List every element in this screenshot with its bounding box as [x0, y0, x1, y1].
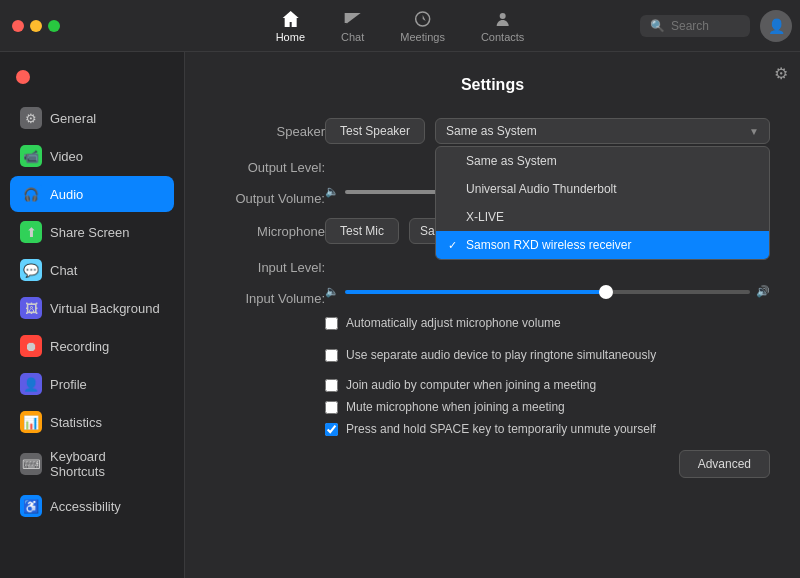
input-level-label: Input Level:	[215, 254, 325, 275]
general-icon: ⚙	[20, 107, 42, 129]
sidebar-label-recording: Recording	[50, 339, 109, 354]
mute-mic-label: Mute microphone when joining a meeting	[346, 400, 565, 414]
sidebar-item-general[interactable]: ⚙ General	[10, 100, 174, 136]
share-icon: ⬆	[20, 221, 42, 243]
input-vol-high-icon: 🔊	[756, 285, 770, 298]
settings-title: Settings	[215, 76, 770, 94]
sidebar-label-chat: Chat	[50, 263, 77, 278]
join-audio-checkbox[interactable]	[325, 379, 338, 392]
statistics-icon: 📊	[20, 411, 42, 433]
hold-space-checkbox[interactable]	[325, 423, 338, 436]
speaker-top-row: Test Speaker Same as System ▼ Same as Sy…	[325, 118, 770, 144]
hold-space-row: Press and hold SPACE key to temporarily …	[215, 422, 770, 436]
main-content: ⚙ General 📹 Video 🎧 Audio ⬆ Share Screen…	[0, 52, 800, 578]
sidebar-label-video: Video	[50, 149, 83, 164]
sidebar-label-audio: Audio	[50, 187, 83, 202]
auto-adjust-checkbox-row: Automatically adjust microphone volume	[325, 316, 770, 330]
search-icon: 🔍	[650, 19, 665, 33]
input-volume-slider[interactable]	[345, 290, 750, 294]
sidebar-item-video[interactable]: 📹 Video	[10, 138, 174, 174]
nav-chat[interactable]: Chat	[323, 5, 382, 47]
sidebar-item-profile[interactable]: 👤 Profile	[10, 366, 174, 402]
virtual-bg-icon: 🖼	[20, 297, 42, 319]
join-audio-label: Join audio by computer when joining a me…	[346, 378, 596, 392]
option-xlive[interactable]: X-LIVE	[436, 203, 769, 231]
traffic-lights	[0, 20, 60, 32]
join-audio-row: Join audio by computer when joining a me…	[215, 378, 770, 392]
output-volume-label: Output Volume:	[215, 185, 325, 206]
svg-point-1	[500, 13, 506, 19]
nav-home-label: Home	[276, 31, 305, 43]
recording-icon: ⏺	[20, 335, 42, 357]
test-speaker-button[interactable]: Test Speaker	[325, 118, 425, 144]
maximize-button[interactable]	[48, 20, 60, 32]
sidebar-item-accessibility[interactable]: ♿ Accessibility	[10, 488, 174, 524]
output-level-label: Output Level:	[215, 154, 325, 175]
sidebar-item-share-screen[interactable]: ⬆ Share Screen	[10, 214, 174, 250]
chevron-down-icon: ▼	[749, 126, 759, 137]
mute-mic-checkbox[interactable]	[325, 401, 338, 414]
nav-contacts-label: Contacts	[481, 31, 524, 43]
sidebar: ⚙ General 📹 Video 🎧 Audio ⬆ Share Screen…	[0, 52, 185, 578]
profile-icon: 👤	[20, 373, 42, 395]
separate-audio-label: Use separate audio device to play ringto…	[346, 348, 656, 362]
settings-panel: ⚙ Settings Speaker Test Speaker Same as …	[185, 52, 800, 578]
keyboard-icon: ⌨	[20, 453, 42, 475]
speaker-dropdown-container: Same as System ▼ Same as System Univ	[435, 118, 770, 144]
nav-contacts[interactable]: Contacts	[463, 5, 542, 47]
input-volume-controls: 🔈 🔊	[325, 285, 770, 298]
mute-mic-row: Mute microphone when joining a meeting	[215, 400, 770, 414]
sidebar-item-audio[interactable]: 🎧 Audio	[10, 176, 174, 212]
speaker-section: Speaker Test Speaker Same as System ▼	[215, 118, 770, 144]
input-volume-label: Input Volume:	[215, 285, 325, 306]
sidebar-item-keyboard[interactable]: ⌨ Keyboard Shortcuts	[10, 442, 174, 486]
input-volume-wrapper: 🔈 🔊	[325, 285, 770, 298]
sidebar-label-vbg: Virtual Background	[50, 301, 160, 316]
sidebar-item-virtual-bg[interactable]: 🖼 Virtual Background	[10, 290, 174, 326]
nav-meetings[interactable]: Meetings	[382, 5, 463, 47]
auto-adjust-row: Automatically adjust microphone volume	[215, 316, 770, 338]
separate-audio-row: Use separate audio device to play ringto…	[215, 348, 770, 362]
sidebar-label-profile: Profile	[50, 377, 87, 392]
audio-icon: 🎧	[20, 183, 42, 205]
nav-meetings-label: Meetings	[400, 31, 445, 43]
advanced-button[interactable]: Advanced	[679, 450, 770, 478]
option-universal-audio[interactable]: Universal Audio Thunderbolt	[436, 175, 769, 203]
speaker-dropdown-menu: Same as System Universal Audio Thunderbo…	[435, 146, 770, 260]
window-close-dot	[16, 70, 30, 84]
sidebar-label-general: General	[50, 111, 96, 126]
nav-chat-label: Chat	[341, 31, 364, 43]
search-input[interactable]	[671, 19, 741, 33]
accessibility-icon: ♿	[20, 495, 42, 517]
sidebar-item-recording[interactable]: ⏺ Recording	[10, 328, 174, 364]
vol-low-icon: 🔈	[325, 185, 339, 198]
main-nav: Home Chat Meetings Contacts	[258, 5, 543, 47]
hold-space-label: Press and hold SPACE key to temporarily …	[346, 422, 656, 436]
input-vol-low-icon: 🔈	[325, 285, 339, 298]
titlebar: Home Chat Meetings Contacts 🔍 👤	[0, 0, 800, 52]
nav-home[interactable]: Home	[258, 5, 323, 47]
speaker-dropdown[interactable]: Same as System ▼	[435, 118, 770, 144]
minimize-button[interactable]	[30, 20, 42, 32]
advanced-btn-row: Advanced	[215, 450, 770, 478]
option-samson[interactable]: ✓ Samson RXD wireless receiver	[436, 231, 769, 259]
speaker-label: Speaker	[215, 118, 325, 139]
settings-gear-icon[interactable]: ⚙	[774, 64, 788, 83]
sidebar-label-share: Share Screen	[50, 225, 130, 240]
speaker-selected-option: Same as System	[446, 124, 537, 138]
input-volume-row: Input Volume: 🔈 🔊	[215, 285, 770, 306]
auto-adjust-checkbox[interactable]	[325, 317, 338, 330]
sidebar-label-keyboard: Keyboard Shortcuts	[50, 449, 164, 479]
sidebar-item-chat[interactable]: 💬 Chat	[10, 252, 174, 288]
avatar[interactable]: 👤	[760, 10, 792, 42]
search-bar[interactable]: 🔍	[640, 15, 750, 37]
option-same-as-system[interactable]: Same as System	[436, 147, 769, 175]
sidebar-label-statistics: Statistics	[50, 415, 102, 430]
test-mic-button[interactable]: Test Mic	[325, 218, 399, 244]
sidebar-item-statistics[interactable]: 📊 Statistics	[10, 404, 174, 440]
chat-icon: 💬	[20, 259, 42, 281]
close-button[interactable]	[12, 20, 24, 32]
microphone-label: Microphone	[215, 218, 325, 239]
separate-audio-checkbox[interactable]	[325, 349, 338, 362]
sidebar-label-accessibility: Accessibility	[50, 499, 121, 514]
